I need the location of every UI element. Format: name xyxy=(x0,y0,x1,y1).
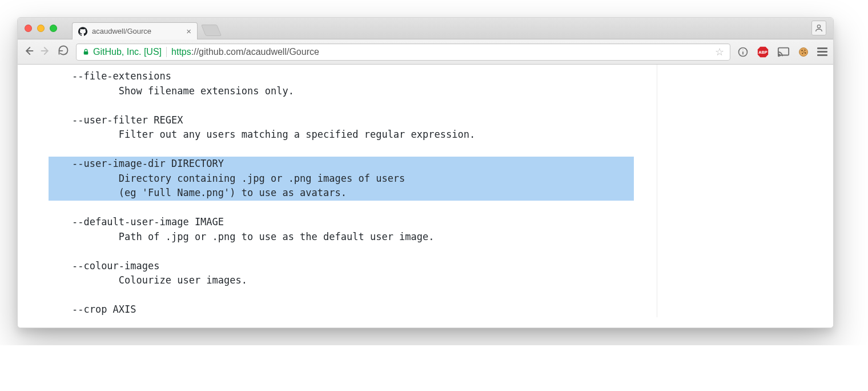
opt-file-extensions-flag: --file-extensions xyxy=(72,70,171,82)
info-extension-icon[interactable] xyxy=(737,46,749,58)
opt-default-user-image-flag: --default-user-image IMAGE xyxy=(72,216,224,228)
opt-user-filter-flag: --user-filter REGEX xyxy=(72,114,183,126)
browser-tab[interactable]: acaudwell/Gource × xyxy=(72,22,198,39)
minimize-window-button[interactable] xyxy=(37,25,45,32)
opt-default-user-image-desc: Path of .jpg or .png to use as the defau… xyxy=(119,231,435,242)
opt-colour-images-flag: --colour-images xyxy=(72,260,160,272)
nav-arrows xyxy=(23,45,51,59)
page-viewport[interactable]: --file-extensions Show filename extensio… xyxy=(18,65,833,328)
url-text: https://github.com/acaudwell/Gource xyxy=(171,47,319,57)
github-favicon xyxy=(78,27,87,36)
svg-point-14 xyxy=(805,52,806,53)
profile-menu-button[interactable] xyxy=(811,21,826,35)
browser-window: acaudwell/Gource × GitHub, Inc. [US] xyxy=(17,17,834,328)
url-proto: https xyxy=(171,47,191,57)
tab-strip: acaudwell/Gource × xyxy=(18,18,833,39)
tab-close-button[interactable]: × xyxy=(178,26,191,36)
url-path: ://github.com/acaudwell/Gource xyxy=(191,47,319,57)
opt-file-extensions-desc: Show filename extensions only. xyxy=(119,85,294,97)
opt-crop-flag: --crop AXIS xyxy=(72,304,136,315)
svg-rect-9 xyxy=(778,47,789,55)
new-tab-button[interactable] xyxy=(201,25,222,36)
opt-user-image-dir-desc-a: Directory containing .jpg or .png images… xyxy=(119,173,405,184)
browser-toolbar: GitHub, Inc. [US] https://github.com/aca… xyxy=(18,39,833,65)
opt-user-image-dir-flag: --user-image-dir DIRECTORY xyxy=(72,158,224,169)
hamburger-menu-button[interactable] xyxy=(817,47,827,56)
cast-extension-icon[interactable] xyxy=(777,46,790,58)
svg-rect-3 xyxy=(84,51,89,54)
svg-text:ABP: ABP xyxy=(758,49,767,54)
svg-point-16 xyxy=(803,51,805,53)
svg-point-12 xyxy=(801,50,802,51)
readme-content: --file-extensions Show filename extensio… xyxy=(41,65,657,317)
cookie-extension-icon[interactable] xyxy=(798,46,809,58)
opt-user-image-dir-desc-b: (eg 'Full Name.png') to use as avatars. xyxy=(119,187,347,198)
address-bar[interactable]: GitHub, Inc. [US] https://github.com/aca… xyxy=(76,43,730,61)
opt-colour-images-desc: Colourize user images. xyxy=(119,274,247,286)
maximize-window-button[interactable] xyxy=(50,25,57,32)
adblock-extension-icon[interactable]: ABP xyxy=(757,46,769,58)
close-window-button[interactable] xyxy=(25,25,32,32)
svg-point-10 xyxy=(778,55,779,56)
back-button[interactable] xyxy=(23,45,34,59)
extension-icons: ABP xyxy=(737,46,827,58)
svg-point-15 xyxy=(802,53,803,54)
lock-icon xyxy=(82,48,90,55)
svg-point-0 xyxy=(817,25,820,28)
svg-point-13 xyxy=(805,49,806,50)
bookmark-star-icon[interactable]: ☆ xyxy=(715,46,724,58)
cert-identity-text: GitHub, Inc. [US] xyxy=(93,47,162,57)
options-pre: --file-extensions Show filename extensio… xyxy=(49,69,634,317)
tab-title: acaudwell/Gource xyxy=(92,27,151,35)
opt-user-filter-desc: Filter out any users matching a specifie… xyxy=(119,129,475,140)
reload-button[interactable] xyxy=(58,45,69,59)
site-identity[interactable]: GitHub, Inc. [US] xyxy=(82,47,167,57)
window-controls xyxy=(25,25,57,32)
forward-button[interactable] xyxy=(41,45,51,59)
